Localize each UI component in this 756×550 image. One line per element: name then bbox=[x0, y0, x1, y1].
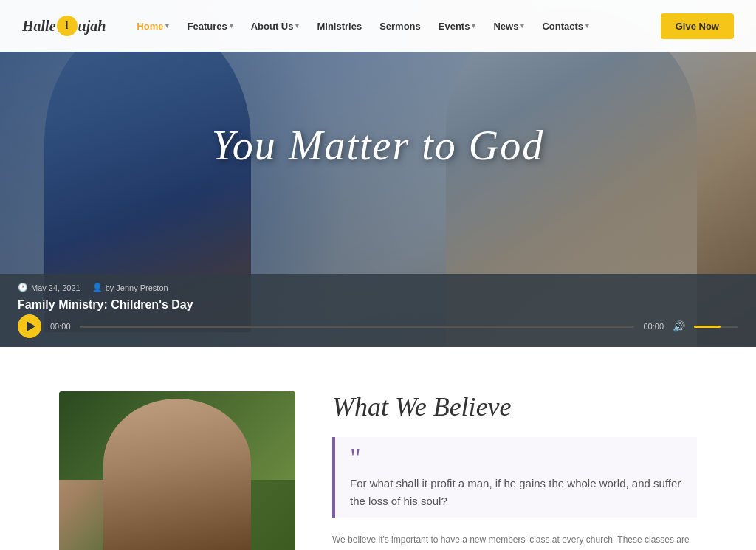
believe-text: What We Believe " For what shall it prof… bbox=[332, 391, 697, 550]
chevron-icon: ▾ bbox=[520, 22, 524, 30]
nav-item-news[interactable]: News▾ bbox=[484, 15, 533, 38]
quote-mark-icon: " bbox=[350, 444, 682, 471]
give-now-button[interactable]: Give Now bbox=[661, 13, 734, 39]
hero-audio-player: 🕐 May 24, 2021 👤 by Jenny Preston Family… bbox=[0, 274, 756, 347]
nav-item-contacts[interactable]: Contacts▾ bbox=[533, 15, 598, 38]
volume-icon: 🔊 bbox=[673, 320, 685, 332]
chevron-icon: ▾ bbox=[165, 22, 169, 30]
quote-block: " For what shall it profit a man, if he … bbox=[332, 437, 697, 518]
chevron-icon: ▾ bbox=[585, 22, 589, 30]
logo[interactable]: Hallelujah bbox=[22, 16, 106, 36]
person-icon: 👤 bbox=[92, 283, 103, 292]
logo-circle: l bbox=[57, 16, 78, 36]
nav-item-events[interactable]: Events▾ bbox=[430, 15, 485, 38]
player-sermon-title: Family Ministry: Children's Day bbox=[18, 298, 738, 312]
progress-bar[interactable] bbox=[80, 326, 635, 328]
chevron-icon: ▾ bbox=[295, 22, 299, 30]
clock-icon: 🕐 bbox=[18, 283, 28, 292]
navbar: Hallelujah Home▾ Features▾ About Us▾ Min… bbox=[0, 0, 756, 52]
quote-text: For what shall it profit a man, if he ga… bbox=[350, 475, 682, 510]
image-person-figure bbox=[103, 399, 251, 550]
nav-item-features[interactable]: Features▾ bbox=[178, 15, 241, 38]
time-end: 00:00 bbox=[643, 322, 664, 331]
nav-item-about[interactable]: About Us▾ bbox=[242, 15, 309, 38]
nav-item-ministries[interactable]: Ministries bbox=[308, 15, 371, 38]
content-section: What We Believe " For what shall it prof… bbox=[0, 347, 756, 550]
chevron-icon: ▾ bbox=[472, 22, 475, 30]
nav-item-home[interactable]: Home▾ bbox=[128, 15, 178, 38]
logo-text-left: Halle bbox=[22, 18, 56, 35]
hero-section: You Matter to God 🕐 May 24, 2021 👤 by Je… bbox=[0, 0, 756, 347]
volume-bar[interactable] bbox=[694, 326, 738, 328]
nav-item-sermons[interactable]: Sermons bbox=[371, 15, 430, 38]
player-meta: 🕐 May 24, 2021 👤 by Jenny Preston bbox=[18, 283, 738, 292]
chevron-icon: ▾ bbox=[230, 22, 233, 30]
hero-title: You Matter to God bbox=[212, 122, 544, 169]
volume-fill bbox=[694, 326, 721, 328]
believe-title: What We Believe bbox=[332, 391, 697, 422]
play-button[interactable] bbox=[18, 314, 41, 338]
believe-body: We believe it's important to have a new … bbox=[332, 532, 697, 550]
play-icon bbox=[27, 321, 35, 331]
player-author: 👤 by Jenny Preston bbox=[92, 283, 168, 292]
player-date: 🕐 May 24, 2021 bbox=[18, 283, 80, 292]
time-start: 00:00 bbox=[50, 322, 71, 331]
logo-text-right: ujah bbox=[78, 18, 106, 35]
player-controls[interactable]: 00:00 00:00 🔊 bbox=[18, 314, 738, 338]
believe-image bbox=[59, 391, 295, 550]
nav-links: Home▾ Features▾ About Us▾ Ministries Ser… bbox=[128, 15, 653, 38]
